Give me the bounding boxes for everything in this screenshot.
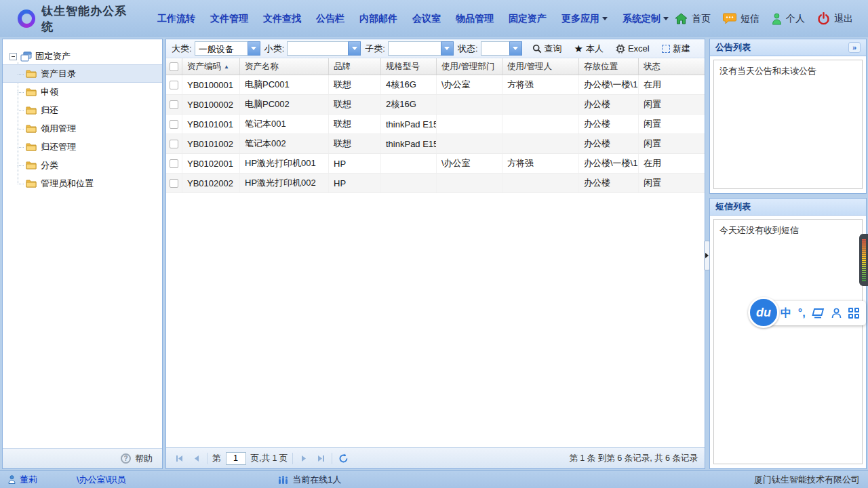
first-page-button[interactable] [173,452,185,464]
nav-file-manage[interactable]: 文件管理 [204,9,254,29]
cell-asset-code: YB0102002 [182,174,240,192]
col-asset-code[interactable]: 资产编码▲ [182,58,240,75]
nav-internal-mail[interactable]: 内部邮件 [353,9,403,29]
announcement-title: 公告列表 [715,41,751,54]
help-button[interactable]: 帮助 [135,453,153,465]
sms-button[interactable]: 短信 [723,13,760,25]
logout-button[interactable]: 退出 [817,12,853,25]
nav-more-apps[interactable]: 更多应用 [555,9,614,29]
tree-collapse-icon[interactable] [9,53,17,60]
mine-button[interactable]: ★ 本人 [568,43,610,55]
prev-page-button[interactable] [190,452,202,464]
table-row[interactable]: YB0101002 笔记本002 联想 thinkPad E15 办公楼 闲置 [166,134,705,154]
row-checkbox[interactable] [166,154,182,173]
sms-title: 短信列表 [715,201,751,213]
chevron-down-icon[interactable] [509,41,522,56]
ime-punctuation-button[interactable]: °, [798,307,806,319]
current-user[interactable]: 董莉 [8,474,37,486]
col-asset-name[interactable]: 资产名称 [240,58,329,75]
table-row[interactable]: YB0102002 HP激光打印机002 HP 办公楼 闲置 [166,174,705,193]
ime-board-icon[interactable] [812,308,825,319]
ime-language-button[interactable]: 中 [781,306,791,321]
filter-major-label: 大类: [172,43,192,55]
col-dept[interactable]: 使用/管理部门 [437,58,502,75]
ime-user-icon[interactable] [831,308,842,319]
nav-meeting-room[interactable]: 会议室 [406,9,447,29]
announcement-panel-header: 公告列表 » [710,39,866,56]
cell-location: 办公楼 [579,174,639,192]
sub-class-select[interactable] [388,41,454,56]
excel-button[interactable]: Excel [610,43,656,54]
chevron-down-icon [663,17,669,20]
refresh-icon[interactable] [337,452,349,464]
status-value[interactable] [481,41,509,56]
folder-icon [26,106,37,115]
table-row[interactable]: YB0102001 HP激光打印机001 HP \办公室 方将强 办公楼\一楼\… [166,154,705,174]
table-row[interactable]: YB0100002 电脑PC002 联想 2核16G 办公楼 闲置 [166,95,705,115]
cell-asset-name: 笔记本001 [240,115,329,134]
user-dept-link[interactable]: \办公室\职员 [77,474,125,486]
sidebar-item-return[interactable]: 归还 [3,101,162,119]
new-button[interactable]: 新建 [656,43,696,55]
col-manager[interactable]: 使用/管理人 [502,58,579,75]
folder-icon [26,69,37,78]
baidu-ime-logo[interactable]: du [748,297,779,328]
table-row[interactable]: YB0100001 电脑PC001 联想 4核16G \办公室 方将强 办公楼\… [166,75,705,95]
sub-class-value[interactable] [388,41,441,56]
col-label: 规格型号 [386,61,420,73]
row-checkbox[interactable] [166,174,182,192]
nav-item-manage[interactable]: 物品管理 [450,9,500,29]
sms-panel-header: 短信列表 [710,199,866,216]
query-button[interactable]: 查询 [526,43,568,55]
minor-class-value[interactable] [287,41,348,56]
app-title: 钛生智能办公系统 [41,3,136,35]
row-checkbox[interactable] [166,95,182,114]
nav-workflow[interactable]: 工作流转 [151,9,201,29]
sidebar-item-category[interactable]: 分类 [3,156,162,174]
sidebar-item-use-manage[interactable]: 领用管理 [3,119,162,138]
sidebar-item-return-manage[interactable]: 归还管理 [3,138,162,156]
col-location[interactable]: 存放位置 [579,58,639,75]
chevron-down-icon[interactable] [248,41,260,56]
sidebar-item-apply[interactable]: 申领 [3,83,162,101]
sms-panel: 短信列表 今天还没有收到短信 [709,198,867,469]
checkbox-icon [170,81,178,89]
sidebar-item-admin-location[interactable]: 管理员和位置 [3,174,162,192]
row-checkbox[interactable] [166,115,182,134]
next-page-button[interactable] [298,452,310,464]
col-spec[interactable]: 规格型号 [381,58,437,75]
col-label: 存放位置 [584,61,618,73]
status-select[interactable] [481,41,522,56]
chevron-down-icon[interactable] [348,41,361,56]
query-label: 查询 [545,43,562,55]
last-page-button[interactable] [315,452,327,464]
ime-menu-grid-icon[interactable] [848,308,859,319]
chevron-down-icon[interactable] [441,41,454,56]
page-number-input[interactable] [226,452,246,465]
row-checkbox[interactable] [166,75,182,94]
table-row[interactable]: YB0101001 笔记本001 联想 thinkPad E15 办公楼 闲置 [166,115,705,134]
personal-button[interactable]: 个人 [772,13,805,25]
col-status[interactable]: 状态 [639,58,705,75]
cell-status: 闲置 [639,95,705,114]
checkbox-icon [170,179,178,188]
nav-system-custom[interactable]: 系统定制 [616,9,675,29]
select-all-checkbox[interactable] [166,58,182,75]
filter-major: 大类: 一般设备 [172,41,260,56]
minor-class-select[interactable] [287,41,361,56]
collapse-panel-button[interactable]: » [848,42,861,53]
major-class-value[interactable]: 一般设备 [195,41,248,56]
right-panel-collapse-handle[interactable] [704,241,710,270]
nav-fixed-assets[interactable]: 固定资产 [502,9,553,29]
nav-file-search[interactable]: 文件查找 [257,9,307,29]
col-label: 品牌 [334,61,351,73]
nav-bulletin[interactable]: 公告栏 [310,9,351,29]
row-checkbox[interactable] [166,134,182,153]
major-class-select[interactable]: 一般设备 [195,41,260,56]
col-brand[interactable]: 品牌 [329,58,381,75]
tree-root-fixed-assets[interactable]: 固定资产 [3,48,162,64]
home-button[interactable]: 首页 [675,13,711,25]
sidebar-item-asset-catalog[interactable]: 资产目录 [3,64,162,83]
filter-status-label: 状态: [458,43,478,55]
cell-status: 在用 [639,75,705,94]
